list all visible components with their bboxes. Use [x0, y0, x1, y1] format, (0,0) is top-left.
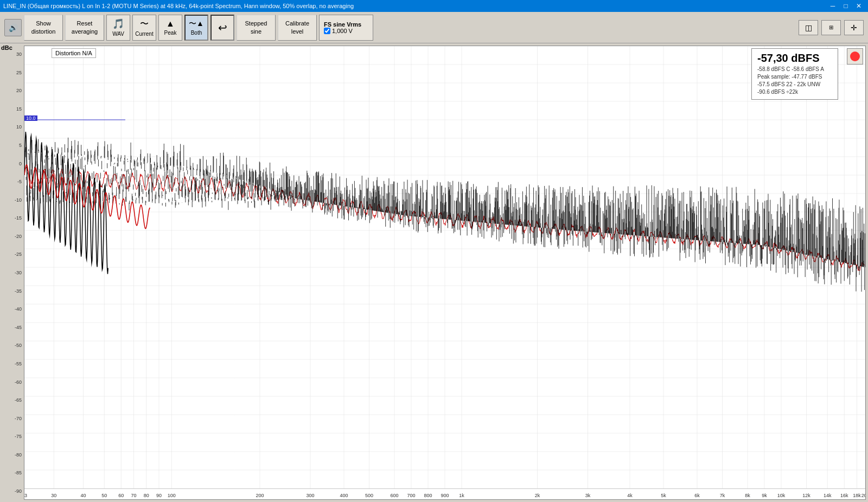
readout-main: -57,30 dBFS [757, 52, 832, 65]
y-tick: -90 [15, 488, 22, 494]
reset-averaging-label: Reset averaging [72, 20, 98, 35]
y-tick: -5 [17, 179, 22, 184]
y-tick: -35 [15, 288, 22, 294]
window-title: LINE_IN (Общая громкость) L on In 1-2 (M… [3, 3, 827, 9]
fs-sine-checkbox[interactable] [324, 28, 330, 34]
x-tick: 14k [824, 493, 832, 498]
x-tick: 400 [340, 493, 348, 498]
readout-line3: -57.5 dBFS 22 - 22k UNW [757, 81, 832, 88]
zoom-in-icon: ⊞ [829, 24, 833, 30]
x-tick: 18k [853, 493, 861, 498]
x-tick: 8k [745, 493, 750, 498]
y-tick: -40 [15, 306, 22, 312]
reset-averaging-button[interactable]: Reset averaging [65, 15, 104, 41]
x-tick: 2k [535, 493, 540, 498]
fs-sine-value: 1,000 V [332, 28, 353, 34]
x-tick: 600 [390, 493, 398, 498]
spectrum-canvas [24, 46, 865, 488]
x-tick: 100 [168, 493, 176, 498]
x-tick: 10k [777, 493, 786, 498]
stepped-sine-button[interactable]: Stepped sine [237, 15, 276, 41]
x-tick: 60 [118, 493, 124, 498]
x-tick: 700 [407, 493, 415, 498]
pan-icon: ✛ [851, 23, 857, 32]
dbc-label: dBc [1, 44, 12, 51]
current-button[interactable]: 〜 Current [132, 15, 156, 41]
x-tick: 800 [424, 493, 432, 498]
x-tick: 12k [802, 493, 810, 498]
x-tick: 3k [585, 493, 591, 498]
fs-sine-row: 1,000 V [324, 28, 368, 34]
x-tick: 6k [694, 493, 700, 498]
x-tick: 90 [156, 493, 162, 498]
x-tick: 500 [365, 493, 373, 498]
y-tick: -55 [15, 361, 22, 366]
y-tick: -60 [15, 379, 22, 385]
record-button[interactable] [847, 48, 863, 65]
readout-line1: -58.8 dBFS C -58.6 dBFS A [757, 66, 832, 73]
y-tick: -50 [15, 343, 22, 348]
wav-button[interactable]: 🎵 WAV [106, 15, 130, 41]
zoom-out-button[interactable]: ◫ [799, 20, 818, 35]
y-tick: -15 [15, 215, 22, 221]
x-axis: 2330405060708090100200300400500600700800… [24, 488, 865, 499]
readout-detail: -58.8 dBFS C -58.6 dBFS A Peak sample: -… [757, 66, 832, 96]
x-tick: 80 [144, 493, 149, 498]
pan-button[interactable]: ✛ [844, 20, 864, 35]
peak-label: Peak [164, 30, 177, 36]
y-tick: -70 [15, 416, 22, 421]
peak-icon: ▲ [166, 19, 175, 29]
readout-box: -57,30 dBFS -58.8 dBFS C -58.6 dBFS A Pe… [751, 48, 838, 100]
y-tick: 20 [16, 88, 22, 93]
x-tick: 1k [459, 493, 464, 498]
y-axis-ticks: 302520151050-5-10-15-20-25-30-35-40-45-5… [0, 54, 24, 491]
y-tick: 10 [16, 124, 22, 130]
zoom-out-icon: ◫ [805, 23, 812, 32]
y-tick: -65 [15, 397, 22, 403]
window-controls: ─ □ ✕ [827, 1, 865, 11]
x-tick: 5k [661, 493, 666, 498]
x-tick: 200 [256, 493, 264, 498]
y-tick: -75 [15, 434, 22, 439]
title-bar: LINE_IN (Общая громкость) L on In 1-2 (M… [0, 0, 868, 12]
fs-sine-box: FS sine Vrms 1,000 V [319, 15, 373, 41]
y-tick: -30 [15, 270, 22, 275]
both-label: Both [191, 30, 202, 36]
peak-button[interactable]: ▲ Peak [158, 15, 182, 41]
show-distortion-label: Show distortion [31, 20, 56, 35]
minimize-button[interactable]: ─ [827, 1, 839, 11]
level-marker[interactable]: 10.0 [24, 115, 37, 121]
wav-label: WAV [112, 31, 124, 37]
x-tick: 70 [131, 493, 136, 498]
calibrate-level-button[interactable]: Calibrate level [278, 15, 317, 41]
calibrate-level-label: Calibrate level [285, 20, 309, 35]
y-tick: -20 [15, 234, 22, 239]
x-tick: 23 [24, 493, 27, 498]
x-tick: 30 [51, 493, 56, 498]
speaker-icon: 🔊 [9, 23, 18, 32]
stepped-sine-label: Stepped sine [245, 20, 267, 35]
zoom-in-button[interactable]: ⊞ [821, 20, 841, 35]
y-axis: dBc 302520151050-5-10-15-20-25-30-35-40-… [0, 43, 24, 502]
readout-line2: Peak sample: -47.77 dBFS [757, 73, 832, 81]
both-button[interactable]: 〜▲ Both [184, 15, 208, 41]
y-tick: 25 [16, 70, 22, 75]
loop-icon: ↩ [218, 21, 227, 34]
y-tick: 0 [19, 161, 22, 166]
loop-button[interactable]: ↩ [210, 15, 234, 41]
right-controls: ◫ ⊞ ✛ [799, 20, 864, 35]
wav-icon: 🎵 [112, 18, 124, 30]
toolbar: 🔊 Show distortion Reset averaging 🎵 WAV … [0, 12, 868, 43]
y-tick: -10 [15, 197, 22, 203]
x-tick: 16k [840, 493, 848, 498]
show-distortion-button[interactable]: Show distortion [24, 15, 63, 41]
maximize-button[interactable]: □ [840, 1, 852, 11]
y-tick: 5 [19, 143, 22, 148]
app-icon: 🔊 [4, 19, 22, 36]
close-button[interactable]: ✕ [853, 1, 865, 11]
distortion-badge: Distortion N/A [52, 48, 96, 58]
record-circle-icon [850, 52, 860, 61]
x-tick: 40 [80, 493, 86, 498]
y-tick: -85 [15, 470, 22, 475]
x-tick: 7k [720, 493, 725, 498]
